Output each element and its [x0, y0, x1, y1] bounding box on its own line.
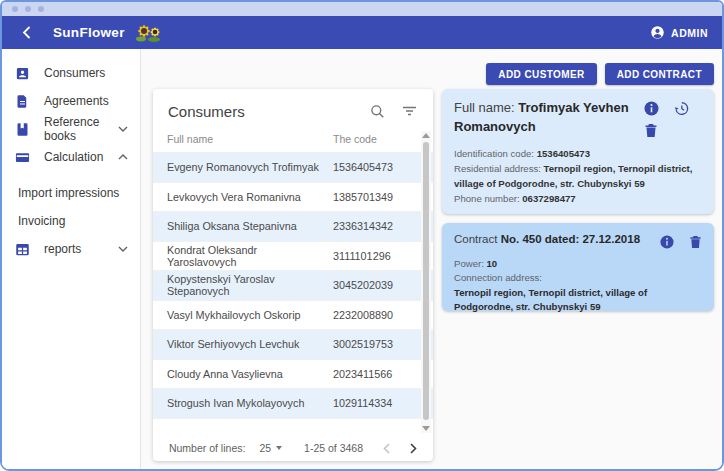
window-control-dot[interactable] [38, 6, 44, 12]
customer-details: Identification code: 1536405473 Resident… [454, 147, 702, 206]
sidebar-item-label: Import impressions [18, 186, 119, 200]
table-row[interactable]: Levkovych Vera Romanivna 1385701349 [153, 183, 433, 213]
full-name-label: Full name: [454, 100, 518, 115]
window-titlebar[interactable] [2, 2, 722, 16]
app-window: SunFlower [0, 0, 724, 471]
contract-card: Contract No. 450 dated: 27.12.2018 [442, 223, 714, 311]
table-row[interactable]: Strogush Ivan Mykolayovych 1029114334 [153, 389, 433, 419]
delete-icon[interactable] [689, 235, 702, 249]
cell-full-name: Kopystenskyi Yaroslav Stepanovych [167, 273, 333, 297]
info-icon[interactable] [660, 235, 674, 249]
next-page-icon[interactable] [410, 443, 417, 454]
cell-code: 3002519753 [333, 338, 419, 350]
table-row[interactable]: Kopystenskyi Yaroslav Stepanovych 304520… [153, 271, 433, 301]
app-title: SunFlower [53, 25, 125, 40]
chevron-up-icon [118, 154, 128, 160]
detail-panel: Full name: Trofimyak Yevhen Romanovych [442, 89, 714, 461]
user-menu[interactable]: ADMIN [650, 25, 708, 40]
cell-full-name: Shiliga Oksana Stepanivna [167, 220, 333, 232]
chevron-down-icon [118, 126, 128, 132]
sidebar-item-agreements[interactable]: Agreements [2, 87, 140, 115]
cell-code: 3111101296 [333, 250, 419, 262]
delete-icon[interactable] [644, 123, 658, 138]
sidebar-item-label: Agreements [44, 94, 109, 108]
contract-number-date: No. 450 dated: 27.12.2018 [501, 233, 640, 245]
add-contract-button[interactable]: ADD CONTRACT [605, 63, 714, 85]
previous-page-icon[interactable] [383, 443, 390, 454]
cell-full-name: Viktor Serhiyovych Levchuk [167, 338, 333, 350]
cell-code: 2232008890 [333, 309, 419, 321]
page-size-label: Number of lines: [169, 442, 245, 454]
field-value: 0637298477 [522, 193, 575, 204]
main-content: ADD CUSTOMER ADD CONTRACT Consumers [141, 49, 724, 469]
sidebar-item-label: Invoicing [18, 214, 65, 228]
cell-full-name: Evgeny Romanovych Trofimyak [167, 161, 333, 173]
add-customer-button[interactable]: ADD CUSTOMER [486, 63, 596, 85]
power-label: Power: [454, 258, 487, 269]
sidebar-item-invoicing[interactable]: Invoicing [2, 207, 140, 235]
table-row[interactable]: Cloudy Anna Vasylievna 2023411566 [153, 360, 433, 390]
window-control-dot[interactable] [12, 6, 18, 12]
toolbar: ADD CUSTOMER ADD CONTRACT [153, 63, 714, 85]
info-icon[interactable] [644, 101, 659, 116]
sidebar-item-calculation[interactable]: Calculation [2, 143, 140, 171]
table-row[interactable]: Viktor Serhiyovych Levchuk 3002519753 [153, 330, 433, 360]
cell-code: 1029114334 [333, 397, 419, 409]
history-icon[interactable] [674, 101, 689, 116]
window-control-dot[interactable] [25, 6, 31, 12]
column-header-the-code[interactable]: The code [333, 133, 419, 145]
field-value: 1536405473 [537, 148, 590, 159]
connection-address-value: Ternopil region, Ternopil district, vill… [454, 286, 702, 315]
sidebar-item-import-impressions[interactable]: Import impressions [2, 179, 140, 207]
customer-full-name: Full name: Trofimyak Yevhen Romanovych [454, 99, 644, 138]
cell-full-name: Strogush Ivan Mykolayovych [167, 397, 333, 409]
scroll-down-arrow-icon[interactable] [422, 426, 430, 431]
table-row[interactable]: Evgeny Romanovych Trofimyak 1536405473 [153, 153, 433, 183]
card-icon [15, 150, 30, 165]
filter-icon[interactable] [402, 105, 417, 117]
table-row[interactable]: Vasyl Mykhailovych Oskorip 2232008890 [153, 301, 433, 331]
customer-field: Phone number: 0637298477 [454, 192, 702, 207]
column-header-full-name[interactable]: Full name [167, 133, 333, 145]
customer-field: Identification code: 1536405473 [454, 147, 702, 162]
field-label: Residential address: [454, 163, 544, 174]
contract-label: Contract [454, 233, 501, 245]
sidebar-item-label: Consumers [44, 66, 105, 80]
cell-full-name: Levkovych Vera Romanivna [167, 191, 333, 203]
account-box-icon [15, 66, 30, 81]
search-icon[interactable] [370, 104, 385, 119]
scroll-up-arrow-icon[interactable] [422, 133, 430, 138]
table-row[interactable]: Shiliga Oksana Stepanivna 2336314342 [153, 212, 433, 242]
page-range: 1-25 of 3468 [304, 442, 363, 454]
cell-full-name: Kondrat Oleksandr Yaroslavovych [167, 244, 333, 268]
table-scrollbar[interactable] [421, 131, 431, 433]
customer-card: Full name: Trofimyak Yevhen Romanovych [442, 89, 714, 214]
sidebar-item-reference-books[interactable]: Reference books [2, 115, 140, 143]
back-icon[interactable] [22, 26, 31, 39]
cell-full-name: Cloudy Anna Vasylievna [167, 368, 333, 380]
customer-field: Residential address: Ternopil region, Te… [454, 162, 702, 192]
connection-address-label: Connection address: [454, 271, 702, 285]
field-label: Phone number: [454, 193, 522, 204]
page-size-value: 25 [259, 442, 271, 454]
consumers-table-card: Consumers Full name The code [153, 89, 433, 461]
cell-code: 3045202039 [333, 279, 419, 291]
dropdown-caret-icon [276, 446, 282, 450]
cell-code: 2336314342 [333, 220, 419, 232]
sidebar-item-label: reports [44, 242, 81, 256]
cell-code: 2023411566 [333, 368, 419, 380]
table-title: Consumers [168, 103, 370, 120]
field-label: Identification code: [454, 148, 537, 159]
page-size-select[interactable]: 25 [259, 442, 282, 454]
sidebar-item-label: Reference books [44, 115, 104, 143]
scrollbar-thumb[interactable] [423, 142, 429, 420]
table-row[interactable]: Kondrat Oleksandr Yaroslavovych 31111012… [153, 242, 433, 272]
power-value: 10 [487, 258, 498, 269]
sidebar-item-consumers[interactable]: Consumers [2, 59, 140, 87]
contract-power: Power: 10 [454, 257, 702, 271]
cell-full-name: Vasyl Mykhailovych Oskorip [167, 309, 333, 321]
chevron-down-icon [118, 246, 128, 252]
sidebar-item-reports[interactable]: reports [2, 235, 140, 263]
table-row[interactable] [153, 419, 433, 436]
cell-code: 1536405473 [333, 161, 419, 173]
